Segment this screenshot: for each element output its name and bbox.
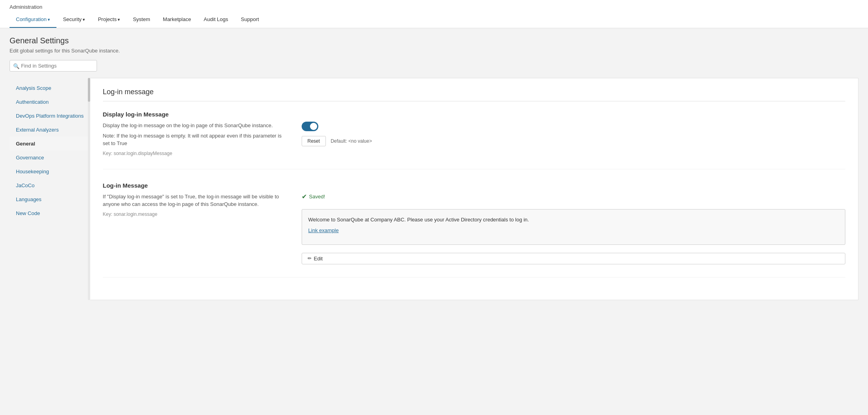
message-box: Welcome to SonarQube at Company ABC. Ple… — [302, 209, 845, 245]
tab-security[interactable]: Security — [56, 12, 91, 28]
content-layout: Analysis Scope Authentication DevOps Pla… — [10, 78, 858, 300]
setting2-desc1: If "Display log-in message" is set to Tr… — [103, 193, 286, 208]
sidebar-item-jacoco[interactable]: JaCoCo — [10, 178, 90, 192]
setting2-key: Key: sonar.login.message — [103, 211, 286, 217]
sidebar-item-analysis-scope[interactable]: Analysis Scope — [10, 81, 90, 95]
tab-system[interactable]: System — [126, 12, 156, 28]
pencil-icon: ✏ — [308, 256, 312, 261]
setting2-control: ✔ Saved! Welcome to SonarQube at Company… — [302, 193, 845, 264]
default-value-text: Default: <no value> — [331, 138, 372, 144]
setting1-desc1: Display the log-in message on the log-in… — [103, 122, 286, 130]
setting-login-message: Log-in Message If "Display log-in messag… — [103, 182, 845, 277]
sidebar-item-governance[interactable]: Governance — [10, 151, 90, 165]
page-title: General Settings — [10, 36, 858, 45]
main-content: Log-in message Display log-in Message Di… — [90, 78, 858, 300]
page-header: General Settings Edit global settings fo… — [10, 28, 858, 60]
tab-audit-logs[interactable]: Audit Logs — [198, 12, 234, 28]
tab-projects[interactable]: Projects — [91, 12, 126, 28]
sidebar-item-general[interactable]: General — [10, 137, 90, 151]
sidebar-item-housekeeping[interactable]: Housekeeping — [10, 165, 90, 178]
toggle-wrap: ✓ — [302, 122, 845, 131]
sidebar-item-new-code[interactable]: New Code — [10, 206, 90, 220]
saved-checkmark-icon: ✔ — [302, 193, 307, 200]
edit-label: Edit — [314, 256, 323, 262]
sidebar: Analysis Scope Authentication DevOps Pla… — [10, 78, 90, 300]
sidebar-item-languages[interactable]: Languages — [10, 192, 90, 206]
sidebar-item-external-analyzers[interactable]: External Analyzers — [10, 123, 90, 137]
search-icon: 🔍 — [13, 63, 19, 69]
display-message-toggle[interactable]: ✓ — [302, 122, 318, 131]
setting2-desc: If "Display log-in message" is set to Tr… — [103, 193, 286, 217]
page-subtitle: Edit global settings for this SonarQube … — [10, 48, 858, 54]
message-link[interactable]: Link example — [308, 227, 839, 235]
section-title: Log-in message — [103, 88, 845, 101]
search-bar: 🔍 — [10, 60, 858, 72]
search-input[interactable] — [10, 60, 97, 72]
setting1-name: Display log-in Message — [103, 111, 845, 118]
sidebar-item-authentication[interactable]: Authentication — [10, 95, 90, 109]
tab-marketplace[interactable]: Marketplace — [157, 12, 198, 28]
toggle-slider — [302, 122, 318, 131]
reset-button[interactable]: Reset — [302, 136, 326, 146]
setting1-control: ✓ Reset Default: <no value> — [302, 122, 845, 146]
setting-display-login-message: Display log-in Message Display the log-i… — [103, 111, 845, 169]
sidebar-item-devops-platform[interactable]: DevOps Platform Integrations — [10, 109, 90, 123]
setting1-desc: Display the log-in message on the log-in… — [103, 122, 286, 156]
saved-message: ✔ Saved! — [302, 193, 845, 200]
saved-label: Saved! — [309, 194, 325, 200]
message-text: Welcome to SonarQube at Company ABC. Ple… — [308, 217, 529, 223]
tab-configuration[interactable]: Configuration — [10, 12, 56, 28]
setting2-name: Log-in Message — [103, 182, 845, 189]
nav-tabs: Configuration Security Projects System M… — [10, 12, 858, 28]
tab-support[interactable]: Support — [234, 12, 265, 28]
setting1-desc2: Note: If the log-in message is empty. It… — [103, 132, 286, 147]
admin-title: Administration — [10, 0, 858, 12]
reset-row: Reset Default: <no value> — [302, 136, 845, 146]
edit-button[interactable]: ✏ Edit — [302, 253, 845, 264]
setting1-key: Key: sonar.login.displayMessage — [103, 151, 286, 156]
